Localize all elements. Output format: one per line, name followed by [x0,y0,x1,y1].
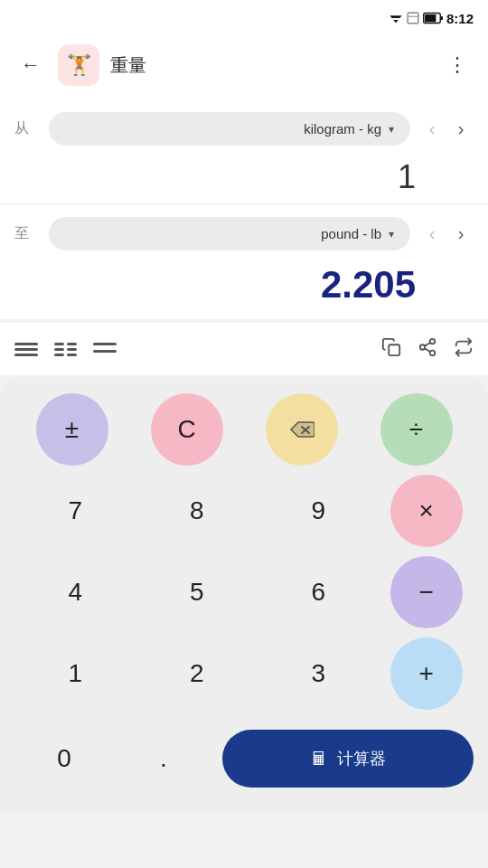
svg-rect-6 [425,14,436,22]
from-next-arrow[interactable]: › [448,118,474,139]
status-icons: 8:12 [389,11,474,26]
toolbar [0,323,488,375]
to-value-row: 2.205 [0,259,488,310]
row-789: 7 8 9 × [14,475,474,547]
key-3[interactable]: 3 [268,637,368,710]
toolbar-left [14,343,381,356]
status-time: 8:12 [446,11,474,26]
copy-button[interactable] [381,337,401,362]
to-unit-text: pound - lb [321,226,381,241]
from-unit-text: kilogram - kg [304,121,381,137]
more-button[interactable]: ⋮ [441,53,474,77]
to-unit-dropdown-icon: ▾ [389,228,394,241]
calculator-icon: 🖩 [310,749,328,769]
svg-rect-3 [408,13,418,24]
compact-view-icon[interactable] [93,343,117,356]
status-bar: 8:12 [0,0,488,36]
calculator-label: 计算器 [337,748,386,769]
to-value: 2.205 [321,263,416,307]
key-6[interactable]: 6 [268,556,368,628]
app-bar: ← 🏋 重量 ⋮ [0,36,488,94]
svg-point-10 [420,344,426,350]
to-label: 至 [14,224,40,243]
to-unit-row: 至 pound - lb ▾ ‹ › [0,208,488,259]
subtract-button[interactable]: − [390,556,463,628]
converter-section: 从 kilogram - kg ▾ ‹ › 1 至 pound - lb ▾ ‹… [0,94,488,319]
key-4[interactable]: 4 [25,556,125,628]
svg-marker-2 [393,20,398,23]
backspace-icon [289,419,314,440]
divider [0,203,488,204]
to-unit-selector[interactable]: pound - lb ▾ [49,217,410,250]
to-nav-arrows: ‹ › [419,223,474,244]
page-title: 重量 [110,53,430,78]
special-key-row: ± C ÷ [14,393,474,466]
key-5[interactable]: 5 [147,556,247,628]
svg-rect-8 [389,344,399,355]
from-value-row: 1 [0,155,488,200]
app-icon: 🏋 [58,44,99,86]
row-123: 1 2 3 + [14,637,474,710]
key-8[interactable]: 8 [147,475,247,547]
svg-rect-7 [441,16,443,20]
divide-button[interactable]: ÷ [380,393,453,466]
from-value: 1 [398,158,416,196]
sim-icon [407,12,419,24]
key-2[interactable]: 2 [147,637,247,710]
key-7[interactable]: 7 [25,475,125,547]
svg-line-12 [425,348,430,352]
from-label: 从 [14,119,40,138]
calculator-button[interactable]: 🖩 计算器 [222,730,474,788]
key-dot[interactable]: . [114,722,213,795]
svg-line-13 [425,342,430,345]
row-456: 4 5 6 − [14,556,474,628]
back-button[interactable]: ← [14,53,47,77]
from-nav-arrows: ‹ › [419,118,474,139]
add-button[interactable]: + [390,637,463,710]
multiply-button[interactable]: × [390,475,463,547]
backspace-button[interactable] [266,393,338,466]
sign-button[interactable]: ± [36,393,108,466]
share-button[interactable] [418,337,437,362]
toolbar-right [381,337,474,362]
list-view-icon[interactable] [14,343,38,356]
svg-point-9 [430,338,436,344]
svg-point-11 [430,350,436,355]
from-unit-dropdown-icon: ▾ [389,123,394,136]
key-9[interactable]: 9 [268,475,368,547]
swap-button[interactable] [454,337,474,362]
from-unit-selector[interactable]: kilogram - kg ▾ [49,112,410,146]
wifi-icon [389,12,403,24]
from-unit-row: 从 kilogram - kg ▾ ‹ › [0,103,488,155]
key-1[interactable]: 1 [25,637,125,710]
battery-icon [423,12,443,24]
clear-button[interactable]: C [151,393,223,466]
keyboard: ± C ÷ 7 8 9 × 4 5 6 − 1 2 3 + 0 . 🖩 [0,377,488,811]
to-next-arrow[interactable]: › [448,223,474,244]
grid-view-icon[interactable] [54,343,77,356]
last-key-row: 0 . 🖩 计算器 [14,719,474,802]
to-prev-arrow[interactable]: ‹ [419,223,445,244]
from-prev-arrow[interactable]: ‹ [419,118,445,139]
key-0[interactable]: 0 [14,722,114,795]
